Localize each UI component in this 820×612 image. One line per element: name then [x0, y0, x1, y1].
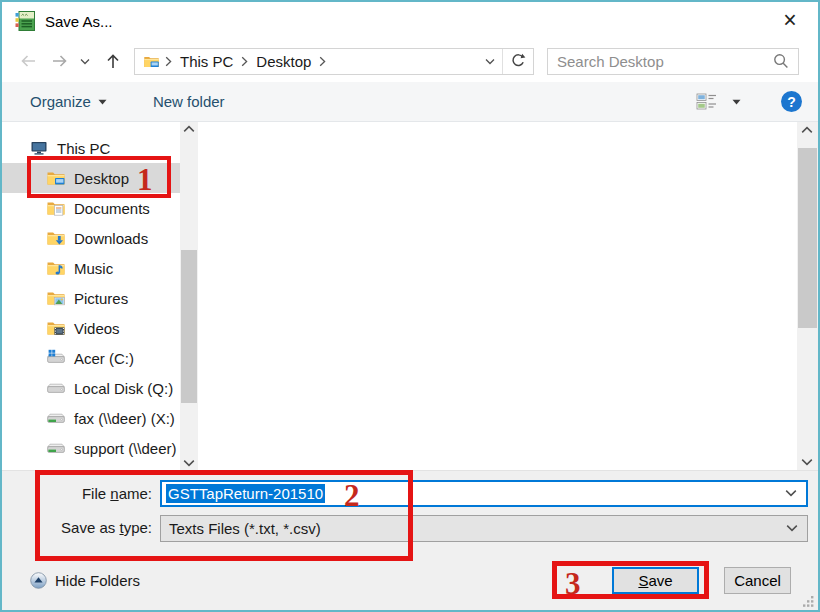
command-toolbar: Organize New folder ? — [2, 82, 818, 122]
sidebar-item-support[interactable]: support (\\deer) — [2, 433, 198, 463]
pictures-folder-icon — [46, 288, 66, 308]
back-arrow-icon — [19, 53, 37, 69]
toolbar-right-group: ? — [696, 91, 802, 112]
sidebar-item-acer-c[interactable]: Acer (C:) — [2, 343, 198, 373]
sidebar-item-desktop[interactable]: Desktop — [2, 163, 180, 193]
forward-arrow-icon — [51, 53, 69, 69]
hide-folders-button[interactable]: Hide Folders — [30, 572, 140, 589]
sidebar-item-fax-x[interactable]: fax (\\deer) (X:) — [2, 403, 198, 433]
title-bar: Save As... × — [2, 2, 818, 40]
up-arrow-icon — [105, 52, 121, 70]
breadcrumb-chevron-icon — [319, 56, 326, 67]
sidebar-item-downloads[interactable]: Downloads — [2, 223, 198, 253]
resize-grip-icon[interactable] — [802, 595, 815, 608]
sidebar-item-videos[interactable]: Videos — [2, 313, 198, 343]
downloads-folder-icon — [46, 228, 66, 248]
sidebar-item-label: support (\\deer) — [74, 440, 177, 457]
organize-label: Organize — [30, 93, 91, 110]
desktop-folder-icon — [142, 53, 161, 70]
sidebar-item-label: Local Disk (Q:) — [74, 380, 173, 397]
address-bar[interactable]: This PC Desktop — [134, 48, 534, 75]
bottom-panel: File name: GSTTapReturn-201510 Save as t… — [2, 470, 818, 610]
forward-button[interactable] — [44, 47, 76, 75]
sidebar-item-label: Documents — [74, 200, 150, 217]
sidebar-item-label: fax (\\deer) (X:) — [74, 410, 175, 427]
label-text: File — [82, 485, 110, 502]
views-icon — [696, 93, 718, 110]
sidebar-item-label: Desktop — [74, 170, 129, 187]
sidebar-item-local-disk-q[interactable]: Local Disk (Q:) — [2, 373, 198, 403]
file-list-scrollbar-thumb[interactable] — [798, 148, 817, 328]
caret-down-icon — [98, 99, 107, 105]
label-text: ype: — [124, 519, 152, 536]
address-dropdown-button[interactable] — [478, 58, 502, 65]
chevron-down-icon[interactable] — [785, 489, 797, 497]
organize-button[interactable]: Organize — [30, 93, 107, 110]
save-button[interactable]: Save — [612, 567, 699, 594]
sidebar-scrollbar[interactable] — [180, 122, 198, 470]
scroll-down-icon[interactable] — [183, 459, 195, 467]
file-list-area[interactable] — [198, 122, 818, 470]
save-as-type-value: Texts Files (*.txt, *.csv) — [169, 520, 321, 537]
label-text: ame: — [119, 485, 152, 502]
sidebar-item-documents[interactable]: Documents — [2, 193, 198, 223]
scroll-down-icon[interactable] — [801, 458, 813, 466]
label-text: Save as — [61, 519, 119, 536]
sidebar-item-label: Pictures — [74, 290, 128, 307]
button-mnemonic: S — [638, 572, 648, 589]
back-button[interactable] — [12, 47, 44, 75]
sidebar-item-pictures[interactable]: Pictures — [2, 283, 198, 313]
sidebar-scrollbar-thumb[interactable] — [181, 250, 197, 403]
folder-tree: This PC Desktop Documents Downloads Musi… — [2, 122, 198, 463]
breadcrumb-chevron-icon — [241, 56, 248, 67]
help-button[interactable]: ? — [781, 91, 802, 112]
navigation-bar: This PC Desktop — [2, 40, 818, 82]
refresh-icon — [510, 53, 526, 69]
up-button[interactable] — [98, 47, 128, 75]
computer-icon — [29, 138, 49, 158]
label-mnemonic: n — [110, 485, 118, 502]
search-input[interactable] — [548, 53, 773, 70]
caret-down-icon — [732, 99, 741, 105]
app-icon — [14, 10, 36, 32]
cancel-button[interactable]: Cancel — [724, 567, 791, 594]
new-folder-button[interactable]: New folder — [153, 93, 225, 110]
scroll-up-icon[interactable] — [183, 125, 195, 133]
new-folder-label: New folder — [153, 93, 225, 110]
search-icon[interactable] — [773, 53, 789, 69]
button-text: ave — [648, 572, 672, 589]
breadcrumb-chevron-icon — [165, 56, 172, 67]
change-view-button[interactable] — [696, 93, 741, 110]
collapse-orb-icon — [30, 572, 47, 589]
sidebar-item-label: Music — [74, 260, 113, 277]
hide-folders-label: Hide Folders — [55, 572, 140, 589]
chevron-down-icon — [80, 58, 90, 65]
file-name-label: File name: — [2, 485, 152, 502]
sidebar-item-label: Acer (C:) — [74, 350, 134, 367]
dialog-body: This PC Desktop Documents Downloads Musi… — [2, 122, 818, 470]
window-title: Save As... — [45, 13, 113, 30]
breadcrumb-desktop[interactable]: Desktop — [252, 53, 315, 70]
save-as-type-label: Save as type: — [2, 519, 152, 536]
refresh-button[interactable] — [503, 53, 533, 69]
sidebar-item-label: Downloads — [74, 230, 148, 247]
scroll-up-icon[interactable] — [801, 126, 813, 134]
button-text: Cancel — [734, 572, 781, 589]
windows-drive-icon — [46, 348, 66, 368]
search-box — [547, 48, 799, 75]
network-drive-icon — [46, 438, 66, 458]
save-as-type-dropdown[interactable]: Texts Files (*.txt, *.csv) — [160, 515, 808, 542]
documents-folder-icon — [46, 198, 66, 218]
videos-folder-icon — [46, 318, 66, 338]
breadcrumb-this-pc[interactable]: This PC — [176, 53, 237, 70]
sidebar-item-music[interactable]: Music — [2, 253, 198, 283]
file-name-input[interactable]: GSTTapReturn-201510 — [160, 480, 808, 507]
close-icon[interactable]: × — [776, 6, 804, 34]
chevron-down-icon[interactable] — [786, 524, 798, 532]
recent-locations-button[interactable] — [76, 47, 94, 75]
save-as-dialog: Save As... × This PC Desktop — [0, 0, 820, 612]
file-name-selected-text: GSTTapReturn-201510 — [166, 484, 325, 503]
file-list-scrollbar[interactable] — [797, 122, 818, 470]
drive-icon — [46, 378, 66, 398]
sidebar-item-this-pc[interactable]: This PC — [2, 133, 198, 163]
